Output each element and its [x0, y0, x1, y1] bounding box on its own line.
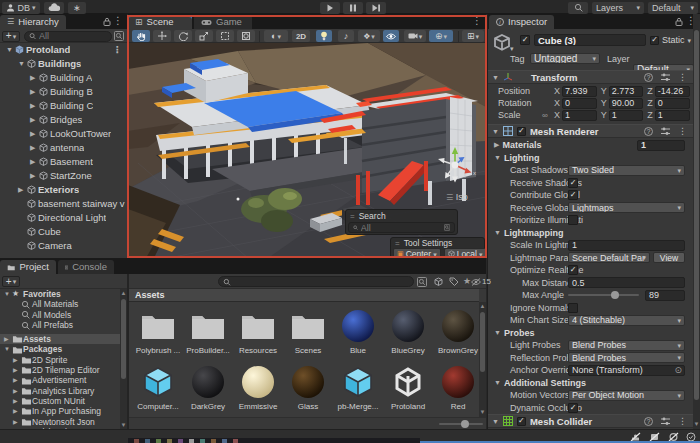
hierarchy-item[interactable]: ▶ Bridges [0, 113, 127, 127]
inspector-property-row[interactable]: Scale In Lightmap 1 [488, 239, 693, 252]
inspector-property-row[interactable]: Anchor Override None (Transform)⊙ [488, 364, 693, 377]
lock-icon[interactable] [103, 17, 111, 28]
chevron-down-icon[interactable]: ▾ [510, 45, 514, 52]
foldout-arrow-icon[interactable]: ▶ [30, 127, 39, 141]
hierarchy-item[interactable]: ▶ Building A [0, 71, 127, 85]
kebab-icon[interactable]: ⋮ [113, 15, 123, 26]
asset-item[interactable]: Computer... [135, 364, 181, 411]
project-tree-item[interactable]: All Models [0, 310, 120, 320]
layers-dropdown[interactable]: Layers ▾ [592, 2, 644, 14]
foldout-arrow-icon[interactable]: ▼ [492, 74, 499, 81]
tag-dropdown[interactable]: Untagged ▾ [530, 53, 600, 64]
tab-project[interactable]: Project [0, 260, 56, 274]
property-field[interactable]: 1 [637, 140, 685, 151]
asset-item[interactable]: Scenes [285, 308, 331, 355]
hand-tool[interactable] [132, 30, 150, 42]
preset-icon[interactable] [661, 417, 670, 426]
inspector-property-row[interactable]: Receive Global Illu Lightmaps▾ [488, 202, 693, 215]
orientation-dropdown[interactable]: Local ▾ [444, 248, 486, 258]
project-search-field[interactable] [218, 276, 414, 287]
inspector-property-row[interactable]: Motion Vectors Per Object Motion▾ [488, 389, 693, 402]
help-icon[interactable]: ? [644, 417, 653, 426]
rotation-z-field[interactable]: 0 [655, 98, 690, 109]
foldout-arrow-icon[interactable]: ▶ [4, 334, 12, 344]
camera-menu[interactable]: ▾ [404, 30, 426, 42]
asset-item[interactable]: BrownGrey [435, 308, 479, 355]
step-button[interactable] [366, 2, 386, 14]
toolbar-search-button[interactable] [568, 2, 588, 14]
asset-item[interactable]: Red [435, 364, 479, 411]
hierarchy-search-field[interactable] [24, 31, 112, 42]
lock-icon[interactable] [675, 17, 683, 28]
preset-icon[interactable] [661, 127, 670, 136]
position-y-field[interactable]: 2.773 [609, 86, 644, 97]
project-tree-item[interactable]: All Materials [0, 299, 120, 309]
foldout-arrow-icon[interactable]: ▼ [494, 229, 501, 236]
layout-dropdown[interactable]: Default ▾ [648, 2, 698, 14]
inspector-property-row[interactable]: Receive Shadows ✓ [488, 177, 693, 190]
asset-item[interactable]: pb-Merge... [335, 364, 381, 411]
foldout-arrow-icon[interactable]: ▶ [30, 169, 39, 183]
foldout-arrow-icon[interactable]: ▶ [13, 417, 21, 427]
foldout-arrow-icon[interactable]: ▶ [30, 85, 39, 99]
kebab-icon[interactable]: ⋮ [113, 43, 123, 57]
hierarchy-item[interactable]: Camera [0, 239, 127, 253]
create-object-button[interactable]: + ▾ [2, 31, 20, 42]
hierarchy-item[interactable]: ▶ LookOutTower [0, 127, 127, 141]
asset-item[interactable]: ProBuilder... [185, 308, 231, 355]
position-x-field[interactable]: 7.939 [562, 86, 597, 97]
inspector-property-row[interactable]: ▼ Additional Settings [488, 377, 693, 390]
inspector-property-row[interactable]: Contribute Global ✓ [488, 189, 693, 202]
hierarchy-item[interactable]: ▶ Basement [0, 155, 127, 169]
create-asset-button[interactable]: + ▾ [2, 276, 20, 287]
inspector-property-row[interactable]: Light Probes Blend Probes▾ [488, 339, 693, 352]
thumbnail-size-slider[interactable] [439, 423, 483, 425]
drag-handle-icon[interactable]: = [395, 239, 400, 248]
view-button[interactable]: View [653, 252, 685, 263]
property-field[interactable]: 0.5 [568, 277, 685, 288]
scale-z-field[interactable]: 1 [655, 110, 690, 121]
inspector-property-row[interactable]: ▼ Lighting [488, 152, 693, 165]
project-tree-scrollbar[interactable]: ▲ ▼ [120, 289, 127, 430]
grid-menu[interactable]: ⊞ ▾ [462, 30, 484, 42]
tab-inspector[interactable]: i Inspector [489, 15, 554, 29]
slider-value-field[interactable]: 89 [645, 290, 685, 301]
project-tree-item[interactable]: ▶ Assets [0, 334, 120, 344]
foldout-arrow-icon[interactable]: ▼ [492, 128, 499, 135]
scroll-down-icon[interactable]: ▼ [479, 409, 486, 416]
drag-handle-icon[interactable]: = [350, 212, 355, 221]
property-checkbox[interactable]: ✓ [568, 265, 578, 275]
collab-button[interactable]: ∗ [68, 2, 86, 14]
kebab-icon[interactable]: ⋮ [678, 72, 687, 82]
rect-tool[interactable] [216, 30, 234, 42]
object-reference-field[interactable]: None (Transform)⊙ [568, 365, 685, 376]
project-tree-item[interactable]: ▶ Advertisement [0, 375, 120, 385]
preset-icon[interactable] [661, 73, 670, 82]
kebab-icon[interactable]: ⋮ [472, 15, 482, 26]
scroll-down-icon[interactable]: ▼ [693, 421, 700, 428]
asset-item[interactable]: Blue [335, 308, 381, 355]
shading-mode-menu[interactable]: ◐ ▾ [264, 30, 288, 42]
pause-button[interactable] [343, 2, 363, 14]
foldout-arrow-icon[interactable]: ▼ [492, 418, 499, 425]
gizmos-menu[interactable]: ⊕ ▾ [429, 30, 453, 42]
tab-scene[interactable]: ⊞ Scene [128, 15, 192, 29]
asset-item[interactable]: Resources [235, 308, 281, 355]
scroll-down-icon[interactable]: ▼ [120, 422, 127, 429]
search-type-icon[interactable] [434, 277, 443, 289]
search-window-icon[interactable] [114, 31, 124, 43]
inspector-property-row[interactable]: Ignore Normals [488, 302, 693, 315]
asset-item[interactable]: Polybrush ... [135, 308, 181, 355]
inspector-property-row[interactable]: Max Angle 89 [488, 289, 693, 302]
foldout-arrow-icon[interactable]: ▶ [30, 113, 39, 127]
project-search-input[interactable] [234, 277, 409, 287]
foldout-arrow-icon[interactable]: ▶ [13, 396, 21, 406]
foldout-arrow-icon[interactable]: ▼ [18, 57, 27, 71]
tab-console[interactable]: Console [58, 260, 114, 274]
rotate-tool[interactable] [174, 30, 192, 42]
slider-thumb[interactable] [461, 420, 469, 428]
help-icon[interactable]: ? [644, 73, 653, 82]
hierarchy-item[interactable]: basement stairway v [0, 197, 127, 211]
search-window-icon[interactable] [417, 277, 427, 289]
asset-item[interactable]: Protoland [385, 364, 431, 411]
